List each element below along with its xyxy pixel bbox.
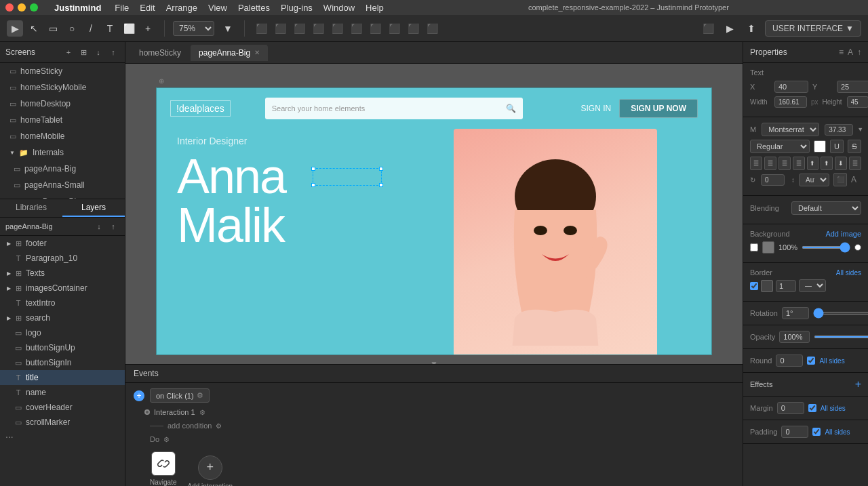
strikethrough-btn[interactable]: S: [848, 140, 861, 153]
font-family-select[interactable]: Montserrat: [762, 123, 819, 136]
round-input[interactable]: [776, 355, 803, 367]
layer-item-name[interactable]: ▶ T name: [0, 385, 125, 400]
border-type-select[interactable]: —: [799, 279, 826, 292]
tab-close-pageannabig[interactable]: ✕: [254, 49, 260, 56]
screen-item-pageannasmall[interactable]: ▭ pageAnna-Small: [0, 177, 125, 193]
screen-item-pageannabig[interactable]: ▭ pageAnna-Big: [0, 161, 125, 177]
rotation-value-input[interactable]: [782, 307, 809, 319]
font-size-dropdown[interactable]: ▼: [857, 126, 863, 133]
height-input[interactable]: [847, 96, 868, 108]
interaction-gear-icon[interactable]: ⚙: [199, 409, 205, 416]
minimize-button[interactable]: [18, 3, 26, 12]
more-options-btn[interactable]: ···: [0, 430, 125, 443]
layer-item-logo[interactable]: ▶ ▭ logo: [0, 325, 125, 340]
navigate-action[interactable]: Navigate to: [150, 451, 176, 486]
sort-down-btn[interactable]: ↓: [92, 46, 104, 58]
layer-move-up-btn[interactable]: ↑: [107, 220, 119, 232]
layer-item-imagescontainer[interactable]: ▶ ⊞ imagesContainer: [0, 281, 125, 296]
align-left-tool[interactable]: ⬛: [253, 20, 269, 37]
layer-item-texts[interactable]: ▶ ⊞ Texts: [0, 266, 125, 281]
screen-item-internals[interactable]: ▼ 📁 Internals: [0, 144, 125, 161]
margin-input[interactable]: [777, 402, 804, 414]
padding-all-sides-checkbox[interactable]: [812, 428, 821, 436]
layer-item-coverheader[interactable]: ▶ ▭ coverHeader: [0, 400, 125, 415]
x-input[interactable]: [774, 81, 808, 93]
device-ipad-icon[interactable]: ⬛: [700, 20, 716, 37]
valign-middle-btn[interactable]: ⬆: [821, 157, 833, 170]
preview-signin-btn[interactable]: SIGN IN: [581, 104, 612, 113]
tab-pageannabig[interactable]: pageAnna-Big ✕: [191, 45, 268, 61]
align-right-tool[interactable]: ⬛: [291, 20, 307, 37]
align-justify-btn[interactable]: ☰: [793, 157, 805, 170]
margin-all-sides-checkbox[interactable]: [808, 404, 816, 412]
user-interface-btn[interactable]: USER INTERFACE ▼: [765, 20, 861, 37]
layer-item-paragraph10[interactable]: ▶ T Paragraph_10: [0, 251, 125, 266]
border-checkbox[interactable]: [750, 282, 758, 290]
tab-libraries[interactable]: Libraries: [0, 199, 62, 217]
font-color-swatch[interactable]: [814, 140, 826, 153]
close-button[interactable]: [5, 3, 14, 12]
valign-top-btn[interactable]: ⬆: [807, 157, 819, 170]
font-size-input[interactable]: [825, 124, 853, 136]
distribute-h-tool[interactable]: ⬛: [367, 20, 383, 37]
circle-tool[interactable]: ○: [64, 20, 80, 37]
layer-item-search[interactable]: ▶ ⊞ search: [0, 310, 125, 325]
event-trigger-gear-icon[interactable]: ⚙: [197, 391, 203, 400]
border-color-swatch[interactable]: [761, 280, 773, 292]
add-screen-btn[interactable]: +: [62, 46, 75, 58]
maximize-button[interactable]: [30, 3, 38, 12]
bg-checkbox[interactable]: [750, 243, 758, 251]
tab-homesticky[interactable]: homeSticky: [131, 45, 189, 61]
preview-signup-btn[interactable]: SIGN UP NOW: [619, 99, 698, 118]
font-style-select[interactable]: Regular: [750, 140, 810, 153]
layer-item-title[interactable]: ▶ T title: [0, 370, 125, 385]
menu-window[interactable]: Window: [323, 3, 355, 13]
do-gear-icon[interactable]: ⚙: [163, 436, 170, 443]
add-image-btn[interactable]: Add image: [825, 230, 861, 238]
width-input[interactable]: [774, 96, 807, 108]
event-trigger-btn[interactable]: on Click (1) ⚙: [150, 388, 210, 403]
pointer-tool[interactable]: ↖: [26, 20, 42, 37]
align-middle-tool[interactable]: ⬛: [329, 20, 345, 37]
menu-view[interactable]: View: [208, 3, 227, 13]
align-top-tool[interactable]: ⬛: [310, 20, 326, 37]
rotation-angle-input[interactable]: [761, 174, 785, 186]
bg-color-swatch[interactable]: [762, 241, 774, 254]
screen-item-hometablet[interactable]: ▭ homeTablet: [0, 112, 125, 128]
prop-icon-3[interactable]: ↑: [857, 47, 861, 57]
distribute-v-tool[interactable]: ⬛: [386, 20, 402, 37]
align-center-tool[interactable]: ⬛: [272, 20, 288, 37]
layer-move-down-btn[interactable]: ↓: [93, 220, 105, 232]
share-button[interactable]: ⬆: [743, 20, 760, 37]
opacity-slider[interactable]: [814, 336, 868, 338]
add-tool[interactable]: +: [140, 20, 156, 37]
border-width-input[interactable]: [776, 280, 796, 292]
align-left-btn[interactable]: ☰: [750, 157, 762, 170]
rect-tool[interactable]: ▭: [45, 20, 61, 37]
image-tool[interactable]: ⬜: [121, 20, 137, 37]
select-tool[interactable]: ▶: [7, 20, 23, 37]
valign-bottom-btn[interactable]: ⬇: [835, 157, 847, 170]
align-center-btn[interactable]: ☰: [764, 157, 776, 170]
line-height-select[interactable]: Auto: [799, 174, 829, 186]
padding-input[interactable]: [781, 426, 808, 438]
layer-item-scrollmarker[interactable]: ▶ ▭ scrollMarker: [0, 415, 125, 430]
screen-item-homedesktop[interactable]: ▭ homeDesktop: [0, 96, 125, 112]
screen-item-homesticky[interactable]: ▭ homeSticky: [0, 63, 125, 79]
round-all-sides-checkbox[interactable]: [807, 357, 815, 365]
bg-opacity-slider[interactable]: [802, 246, 850, 249]
grid-view-btn[interactable]: ⊞: [77, 46, 90, 58]
zoom-dropdown[interactable]: ▼: [220, 20, 236, 37]
screen-item-homestickymobile[interactable]: ▭ homeStickyMobile: [0, 79, 125, 96]
underline-btn[interactable]: U: [830, 140, 844, 153]
layer-item-textintro[interactable]: ▶ T textIntro: [0, 296, 125, 310]
blending-select[interactable]: Default: [791, 201, 861, 215]
bounds-btn[interactable]: ⬛: [833, 173, 847, 186]
effects-add-btn[interactable]: +: [855, 378, 861, 390]
tab-layers[interactable]: Layers: [62, 199, 125, 217]
preview-canvas[interactable]: !dealplaces Search your home elements 🔍 …: [156, 87, 712, 355]
play-button[interactable]: ▶: [722, 20, 738, 37]
rotation-slider[interactable]: [813, 312, 868, 315]
line-tool[interactable]: /: [83, 20, 99, 37]
layer-item-buttonsignin[interactable]: ▶ ▭ buttonSignIn: [0, 355, 125, 370]
